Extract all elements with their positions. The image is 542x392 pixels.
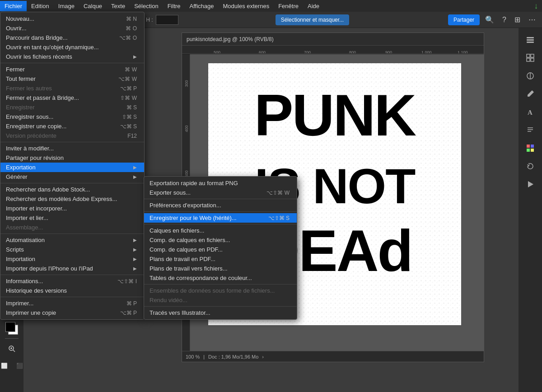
menu-fermerbr-label: Fermer et passer à Bridge...	[6, 94, 79, 101]
fg-color[interactable]	[5, 322, 15, 332]
menu-fichier[interactable]: Fichier	[0, 1, 27, 11]
update-icon[interactable]: ↓	[530, 0, 542, 12]
sep-5	[0, 275, 144, 275]
panel-brush-icon[interactable]	[522, 86, 538, 102]
sep-4	[0, 233, 144, 234]
submenu-traces-illustrator[interactable]: Tracés vers Illustrator...	[144, 308, 297, 317]
submenu-export-rapide[interactable]: Exportation rapide au format PNG	[144, 178, 297, 188]
menu-adobe-express[interactable]: Rechercher des modèles Adobe Express...	[0, 194, 144, 204]
menu-scripts[interactable]: Scripts ▶	[0, 245, 144, 254]
menu-impcopie-shortcut: ⌥⌘ P	[120, 310, 137, 316]
h-label: H :	[146, 17, 153, 23]
menu-enregistrer-sous[interactable]: Enregistrer sous... ⇧⌘ S	[0, 112, 144, 121]
menu-image[interactable]: Image	[54, 1, 79, 11]
screen-mode-full[interactable]: ⬛	[12, 359, 27, 372]
search-icon-btn[interactable]: 🔍	[482, 14, 497, 25]
menu-inviter[interactable]: Inviter à modifier...	[0, 144, 144, 153]
menu-assemblage[interactable]: Assemblage...	[0, 223, 144, 232]
menu-historique[interactable]: Historique des versions	[0, 286, 144, 295]
menu-exportation[interactable]: Exportation ▶	[0, 163, 144, 172]
menu-version-precedente[interactable]: Version précédente F12	[0, 131, 144, 140]
menu-objet-dynamique[interactable]: Ouvrir en tant qu'objet dynamique...	[0, 42, 144, 52]
menu-partrev-label: Partager pour révision	[6, 154, 64, 161]
menu-bridge[interactable]: Parcourir dans Bridge... ⌥⌘ O	[0, 33, 144, 42]
submenu-tables-couleur[interactable]: Tables de correspondance de couleur...	[144, 273, 297, 283]
menu-enregistrer[interactable]: Enregistrer ⌘ S	[0, 103, 144, 112]
menu-auto-label: Automatisation	[6, 237, 45, 243]
submenu-plans-fichiers[interactable]: Plans de travail vers fichiers...	[144, 264, 297, 273]
menu-enrcopie-label: Enregistrer une copie...	[6, 123, 66, 130]
menu-enregistrer-copie[interactable]: Enregistrer une copie... ⌥⌘ S	[0, 121, 144, 131]
menu-imprimer[interactable]: Imprimer... ⌘ P	[0, 299, 144, 308]
submenu-calques-fichiers[interactable]: Calques en fichiers...	[144, 226, 297, 235]
submenu-enregistrer-web[interactable]: Enregistrer pour le Web (hérité)... ⌥⇧⌘ …	[144, 213, 297, 223]
menu-ouvrir[interactable]: Ouvrir... ⌘ O	[0, 23, 144, 33]
menu-tout-fermer[interactable]: Tout fermer ⌥⌘ W	[0, 74, 144, 84]
menu-aide[interactable]: Aide	[303, 1, 324, 11]
menu-incorporer-label: Importer et incorporer...	[6, 205, 67, 212]
menu-importer-incorporer[interactable]: Importer et incorporer...	[0, 204, 144, 213]
menu-nouveau[interactable]: Nouveau... ⌘ N	[0, 14, 144, 23]
submenu-comp-calques-fichiers[interactable]: Comp. de calques en fichiers...	[144, 235, 297, 245]
panel-actions-icon[interactable]	[522, 176, 538, 192]
menu-scripts-arrow: ▶	[133, 247, 137, 252]
ruler-v-tick-400: 400	[184, 125, 189, 132]
ruler-h-tick-800: 800	[349, 50, 356, 54]
color-boxes[interactable]	[5, 322, 18, 335]
h-input[interactable]	[156, 15, 178, 25]
menu-importation[interactable]: Importation ▶	[0, 254, 144, 264]
submenu-donnees[interactable]: Ensembles de données sous forme de fichi…	[144, 286, 297, 295]
menu-export-arrow: ▶	[133, 165, 137, 170]
submenu-prefs-export[interactable]: Préférences d'exportation...	[144, 201, 297, 210]
menu-importer-lier[interactable]: Importer et lier...	[0, 213, 144, 223]
menu-adobe-stock[interactable]: Rechercher dans Adobe Stock...	[0, 185, 144, 194]
menu-partager-revision[interactable]: Partager pour révision	[0, 153, 144, 163]
menu-info-label: Informations...	[6, 278, 43, 285]
menu-generer[interactable]: Générer ▶	[0, 172, 144, 182]
panel-swatches-icon[interactable]	[522, 140, 538, 156]
menu-filtre[interactable]: Filtre	[163, 1, 185, 11]
panel-layers-icon[interactable]	[522, 32, 538, 48]
select-masquer-button[interactable]: Sélectionner et masquer...	[276, 14, 349, 25]
submenu-rendu-video[interactable]: Rendu vidéo...	[144, 295, 297, 305]
menu-texte[interactable]: Texte	[107, 1, 130, 11]
menu-modules[interactable]: Modules externes	[219, 1, 274, 11]
menu-imprimer-shortcut: ⌘ P	[126, 300, 137, 307]
menu-edition[interactable]: Edition	[27, 1, 54, 11]
tool-zoom[interactable]	[4, 341, 20, 357]
menu-fermer-bridge[interactable]: Fermer et passer à Bridge... ⇧⌘ W	[0, 93, 144, 103]
submenu-web-shortcut: ⌥⇧⌘ S	[268, 215, 290, 221]
screen-mode-normal[interactable]: ⬜	[0, 359, 11, 372]
view-mode-group: ⬜ ⬛	[0, 359, 27, 372]
panel-adjustments-icon[interactable]	[522, 68, 538, 84]
panel-paragraph-icon[interactable]	[522, 122, 538, 138]
menu-fenetre[interactable]: Fenêtre	[274, 1, 303, 11]
panel-type-icon[interactable]: A	[522, 104, 538, 120]
partager-button[interactable]: Partager	[448, 14, 480, 25]
menu-iphone-ipad[interactable]: Importer depuis l'iPhone ou l'iPad ▶	[0, 264, 144, 273]
menu-recents-label: Ouvrir les fichiers récents	[6, 53, 72, 60]
statusbar-arrow[interactable]: ›	[262, 354, 264, 359]
submenu-exporter-sous[interactable]: Exporter sous... ⌥⇧⌘ W	[144, 188, 297, 197]
menu-fermer[interactable]: Fermer ⌘ W	[0, 65, 144, 74]
menu-informations[interactable]: Informations... ⌥⇧⌘ I	[0, 276, 144, 286]
menu-affichage[interactable]: Affichage	[185, 1, 219, 11]
menu-calque[interactable]: Calque	[79, 1, 107, 11]
layout-icon-btn[interactable]: ⊞	[512, 14, 523, 25]
expand-icon-btn[interactable]: ⋯	[526, 14, 538, 25]
panel-grid-icon[interactable]	[522, 50, 538, 66]
submenu-plans-pdf[interactable]: Plans de travail en PDF...	[144, 254, 297, 264]
help-icon-btn[interactable]: ?	[500, 15, 509, 25]
svg-rect-24	[527, 42, 534, 43]
menu-nouveau-shortcut: ⌘ N	[126, 16, 137, 22]
menu-fichiers-recents[interactable]: Ouvrir les fichiers récents ▶	[0, 52, 144, 61]
menu-fermer-autres[interactable]: Fermer les autres ⌥⌘ P	[0, 84, 144, 93]
submenu-sep-4	[144, 284, 297, 285]
menu-automatisation[interactable]: Automatisation ▶	[0, 235, 144, 245]
menu-iphone-arrow: ▶	[133, 266, 137, 271]
panel-history-icon[interactable]	[522, 158, 538, 174]
menu-selection[interactable]: Sélection	[130, 1, 163, 11]
submenu-comp-calques-pdf[interactable]: Comp. de calques en PDF...	[144, 245, 297, 254]
submenu-prefs-label: Préférences d'exportation...	[150, 202, 221, 209]
menu-imprimer-copie[interactable]: Imprimer une copie ⌥⌘ P	[0, 308, 144, 317]
